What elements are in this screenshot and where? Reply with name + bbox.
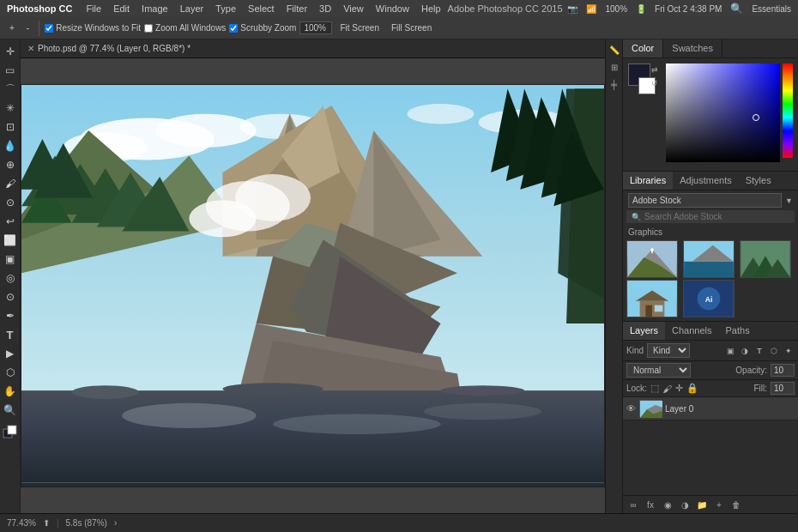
hand-tool[interactable]: ✋ — [2, 383, 19, 400]
graphic-thumb-badge[interactable]: Ai — [683, 280, 735, 317]
close-document-icon[interactable]: ✕ — [27, 44, 34, 53]
menu-3d[interactable]: 3D — [314, 2, 336, 15]
scrubby-zoom-input[interactable] — [229, 24, 238, 33]
fill-input[interactable] — [771, 382, 795, 395]
healing-brush-tool[interactable]: ⊕ — [2, 156, 19, 173]
grid-icon[interactable]: ⊞ — [608, 60, 621, 74]
smart-filter-icon[interactable]: ✦ — [783, 345, 795, 357]
libraries-source-select[interactable]: Adobe Stock — [628, 193, 782, 208]
lock-image-icon[interactable]: 🖌 — [662, 384, 672, 394]
menu-window[interactable]: Window — [371, 2, 414, 15]
type-tool[interactable]: T — [2, 326, 19, 343]
search-icon[interactable]: 🔍 — [730, 3, 743, 15]
menu-right: 📷 📶 100% 🔋 Fri Oct 2 4:38 PM 🔍 Essential… — [567, 3, 791, 15]
delete-layer-icon[interactable]: 🗑 — [729, 499, 743, 511]
graphic-thumb-ocean[interactable] — [683, 240, 735, 278]
resize-windows-input[interactable] — [45, 24, 53, 33]
svg-point-4 — [155, 114, 256, 148]
menu-layer[interactable]: Layer — [175, 2, 209, 15]
zoom-in-button[interactable]: + — [5, 21, 19, 34]
path-select-tool[interactable]: ▶ — [2, 345, 19, 362]
zoom-out-button[interactable]: - — [22, 21, 33, 34]
lock-position-icon[interactable]: ✛ — [675, 383, 683, 394]
color-saturation-field[interactable] — [666, 63, 780, 162]
lasso-tool[interactable]: ⌒ — [2, 81, 19, 98]
clone-stamp-tool[interactable]: ⊙ — [2, 194, 19, 211]
menu-view[interactable]: View — [338, 2, 369, 15]
swap-colors-icon[interactable]: ⇄ — [649, 63, 661, 76]
link-layers-icon[interactable]: ∞ — [626, 499, 640, 511]
lock-transparent-icon[interactable]: ⬚ — [650, 383, 659, 394]
layer-row[interactable]: 👁 Layer 0 — [623, 397, 798, 420]
svg-rect-66 — [655, 305, 663, 312]
libraries-search-input[interactable] — [644, 212, 789, 221]
zoom-tool[interactable]: 🔍 — [2, 402, 19, 419]
blur-tool[interactable]: ◎ — [2, 269, 19, 287]
graphic-thumb-3[interactable] — [740, 240, 791, 278]
tab-layers[interactable]: Layers — [623, 322, 665, 340]
new-adjustment-icon[interactable]: ◑ — [678, 499, 692, 511]
document-tab-name[interactable]: Photo.psd @ 77.4% (Layer 0, RGB/8*) * — [38, 44, 190, 53]
ruler-toggle-icon[interactable]: 📏 — [608, 43, 621, 57]
scrubby-zoom-checkbox[interactable]: Scrubby Zoom — [229, 23, 296, 33]
marquee-tool[interactable]: ▭ — [2, 62, 19, 79]
zoom-all-input[interactable] — [144, 24, 153, 33]
history-brush-tool[interactable]: ↩ — [2, 213, 19, 230]
reset-colors-icon[interactable]: ↺ — [649, 77, 661, 89]
pixel-filter-icon[interactable]: ▣ — [724, 345, 736, 357]
eraser-tool[interactable]: ⬜ — [2, 232, 19, 249]
fill-screen-button[interactable]: Fill Screen — [387, 21, 436, 34]
menu-file[interactable]: File — [81, 2, 106, 15]
crop-tool[interactable]: ⊡ — [2, 118, 19, 136]
dodge-tool[interactable]: ⊙ — [2, 288, 19, 305]
zoom-value-input[interactable] — [299, 21, 332, 34]
blend-mode-select[interactable]: Normal — [626, 363, 691, 378]
tab-channels[interactable]: Channels — [665, 322, 718, 340]
move-tool[interactable]: ✛ — [2, 43, 19, 60]
type-filter-icon[interactable]: T — [753, 345, 765, 357]
shape-tool[interactable]: ⬡ — [2, 364, 19, 381]
tab-paths[interactable]: Paths — [719, 322, 757, 340]
svg-point-40 — [424, 403, 541, 420]
graphic-thumb-mountain[interactable] — [626, 240, 678, 278]
menu-help[interactable]: Help — [416, 2, 446, 15]
gradient-tool[interactable]: ▣ — [2, 251, 19, 268]
layer-visibility-icon[interactable]: 👁 — [626, 403, 636, 414]
menu-select[interactable]: Select — [243, 2, 280, 15]
resize-windows-checkbox[interactable]: Resize Windows to Fit — [45, 23, 141, 33]
shape-filter-icon[interactable]: ⬡ — [768, 345, 780, 357]
tab-color[interactable]: Color — [623, 39, 663, 57]
layer-style-icon[interactable]: fx — [644, 499, 657, 511]
new-group-icon[interactable]: 📁 — [695, 499, 709, 511]
menu-image[interactable]: Image — [136, 2, 173, 15]
status-arrow-icon[interactable]: › — [114, 518, 117, 528]
guides-icon[interactable]: ╪ — [608, 77, 621, 91]
new-layer-icon[interactable]: + — [712, 499, 726, 511]
opacity-input[interactable] — [771, 364, 795, 377]
layer-kind-select[interactable]: Kind — [647, 343, 690, 358]
lock-all-icon[interactable]: 🔒 — [686, 383, 698, 394]
svg-point-7 — [407, 104, 474, 124]
graphics-grid: Ai — [623, 239, 798, 321]
fit-screen-button[interactable]: Fit Screen — [336, 21, 384, 34]
tab-swatches[interactable]: Swatches — [663, 39, 722, 57]
tab-adjustments[interactable]: Adjustments — [673, 172, 739, 190]
essentials-label[interactable]: Essentials — [752, 4, 791, 14]
brush-tool[interactable]: 🖌 — [2, 175, 19, 192]
foreground-bg-colors[interactable] — [2, 424, 19, 441]
graphic-thumb-cabin[interactable] — [626, 280, 678, 317]
menu-edit[interactable]: Edit — [108, 2, 135, 15]
color-picker-area: ⇄ ↺ — [623, 58, 798, 167]
svg-text:Ai: Ai — [705, 295, 713, 304]
pen-tool[interactable]: ✒ — [2, 307, 19, 324]
tab-styles[interactable]: Styles — [739, 172, 778, 190]
add-mask-icon[interactable]: ◉ — [661, 499, 674, 511]
eyedropper-tool[interactable]: 💧 — [2, 137, 19, 154]
menu-filter[interactable]: Filter — [281, 2, 312, 15]
adjustment-filter-icon[interactable]: ◑ — [739, 345, 751, 357]
zoom-all-windows-checkbox[interactable]: Zoom All Windows — [144, 23, 226, 33]
tab-libraries[interactable]: Libraries — [623, 172, 673, 190]
menu-type[interactable]: Type — [210, 2, 241, 15]
hue-slider[interactable] — [783, 63, 793, 158]
quick-select-tool[interactable]: ✳ — [2, 100, 19, 117]
